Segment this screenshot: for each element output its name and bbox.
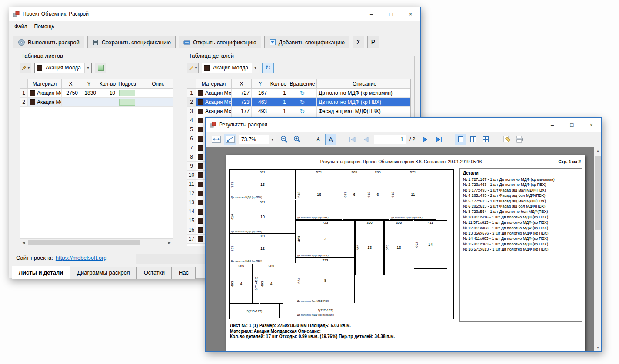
column-header[interactable]: Опис — [137, 79, 173, 88]
open-spec-button[interactable]: Открыть спецификацию — [179, 36, 261, 48]
measure-button[interactable] — [501, 134, 512, 145]
column-header[interactable]: X — [62, 79, 80, 88]
page-count-label: / 2 — [409, 136, 415, 142]
zoom-combo[interactable]: 73.7% ▾ — [239, 135, 276, 144]
prev-page-button[interactable] — [360, 134, 373, 145]
diagram-piece: 41160314 — [414, 220, 447, 269]
row-number: 2 — [20, 98, 28, 106]
diagram-piece: 81136315Дв полотно МДФ (кр ПВХ) — [230, 170, 296, 199]
save-spec-button[interactable]: Сохранить спецификацию — [87, 36, 176, 48]
detail-list-item: № 6 285x613 - 2 шт Фасад ящ бол МДФ(ПВХ) — [463, 204, 579, 209]
first-page-button[interactable] — [346, 134, 359, 145]
font-increase-button[interactable]: A — [325, 134, 336, 145]
run-cut-button[interactable]: Выполнить раскрой — [13, 36, 84, 48]
material-swatch — [198, 118, 203, 123]
column-header[interactable]: Кол-во — [269, 79, 288, 88]
fit-width-button[interactable] — [210, 134, 223, 145]
row-number: 8 — [187, 152, 196, 161]
report-header: Результаты раскроя. Проект Объемник верс… — [256, 159, 546, 164]
zoom-out-button[interactable] — [278, 134, 290, 145]
cell: 1 — [269, 89, 288, 97]
maximize-button[interactable]: □ — [562, 118, 582, 132]
site-link[interactable]: https://mebelsoft.org — [56, 255, 107, 261]
row-number: 16 — [187, 225, 196, 234]
column-header[interactable]: Кол-во — [98, 79, 117, 88]
menu-help[interactable]: Помощь — [31, 22, 58, 31]
vscrollbar-thumb[interactable] — [595, 156, 601, 230]
sheets-material-combo[interactable]: Акация Молда ▾ — [34, 63, 92, 73]
print-button[interactable] — [513, 134, 525, 145]
material-cell: Акация Мо — [28, 98, 62, 106]
scroll-right-arrow-icon[interactable]: ▶ — [166, 241, 173, 245]
sheet-row[interactable]: 1Акация Мо2750183010 — [20, 89, 173, 98]
font-decrease-button[interactable]: A — [313, 134, 324, 145]
tab-sheets-details[interactable]: Листы и детали — [12, 266, 70, 279]
hscrollbar-thumb[interactable] — [28, 240, 140, 245]
scroll-left-arrow-icon[interactable]: ◀ — [20, 241, 27, 245]
minimize-button[interactable]: – — [362, 7, 381, 21]
maximize-button[interactable]: □ — [381, 7, 401, 21]
sheets-edit-tool-button[interactable]: ▾ — [20, 63, 31, 73]
close-button[interactable]: × — [401, 7, 420, 21]
save-spec-label: Сохранить спецификацию — [102, 39, 171, 46]
column-header[interactable]: X — [232, 79, 252, 88]
sheet-color-button[interactable] — [95, 63, 106, 73]
diagram-piece: 2854934 — [230, 264, 253, 304]
next-page-button[interactable] — [419, 134, 431, 145]
tab-cut-diagrams[interactable]: Диаграммы раскроя — [70, 267, 136, 279]
four-page-view-button[interactable] — [480, 134, 491, 145]
piece-height-label: 613 — [296, 170, 301, 219]
details-edit-tool-button[interactable]: ▾ — [187, 63, 199, 73]
rotate-icon[interactable]: ↻ — [300, 108, 305, 114]
app-icon — [13, 11, 20, 17]
tab-leftovers[interactable]: Остатки — [137, 267, 172, 279]
sheets-hscrollbar[interactable]: ◀ ▶ — [20, 238, 173, 246]
add-spec-button[interactable]: Добавить спецификацию — [264, 36, 349, 48]
detail-row[interactable]: 3Акация Мс1774931↻Фасад ящ мал МДФ(ПВХ) — [187, 107, 410, 116]
minimize-button[interactable]: – — [542, 118, 562, 132]
detail-row[interactable]: 2Акация Мс7234631↻Дв полотно МДФ (кр ПВХ… — [187, 98, 410, 107]
close-button[interactable]: × — [582, 118, 601, 132]
fit-page-button[interactable] — [224, 134, 236, 145]
rotate-icon[interactable]: ↻ — [300, 99, 305, 105]
trim-indicator — [119, 99, 135, 106]
add-spec-label: Добавить спецификацию — [279, 39, 345, 46]
sheet-row[interactable]: 2Акация Мо — [20, 98, 173, 107]
tab-settings[interactable]: Нас — [172, 267, 196, 279]
trim-indicator — [119, 90, 135, 96]
run-cut-label: Выполнить раскрой — [28, 39, 80, 46]
piece-width-label: 571 — [296, 170, 342, 175]
menu-file[interactable]: Файл — [11, 22, 31, 31]
sum-button[interactable]: Σ — [353, 36, 364, 48]
next-page-icon — [420, 136, 429, 143]
column-header[interactable]: Вращение — [288, 79, 317, 88]
detail-row[interactable]: 1Акация Мс7271671↻Дв полотно МДФ (кр мел… — [187, 89, 410, 98]
rotate-icon[interactable]: ↻ — [300, 90, 305, 96]
piece-height-label: 493 — [260, 264, 264, 303]
scroll-down-arrow-icon[interactable]: ▼ — [594, 344, 602, 351]
piece-height-label: 676 — [356, 221, 360, 275]
column-header[interactable]: Подрез — [117, 79, 137, 88]
piece-width-label: 811 — [230, 170, 295, 175]
row-number: 10 — [187, 171, 196, 179]
last-page-button[interactable] — [432, 134, 445, 145]
zoom-in-icon — [293, 135, 301, 143]
piece-number: 15 — [260, 182, 265, 187]
column-header[interactable]: Y — [252, 79, 269, 88]
details-material-combo[interactable]: Акация Молда ▾ — [202, 63, 259, 73]
scroll-up-arrow-icon[interactable]: ▲ — [594, 147, 602, 155]
refresh-button[interactable]: ↻ — [262, 63, 274, 73]
single-page-view-button[interactable] — [455, 134, 466, 145]
p-button[interactable]: Р — [367, 36, 379, 48]
column-header[interactable]: Y — [80, 79, 98, 88]
two-page-view-button[interactable] — [467, 134, 479, 145]
column-header[interactable]: Материал — [196, 79, 232, 88]
column-header[interactable]: Материал — [28, 79, 62, 88]
results-vscrollbar[interactable]: ▲ ▼ — [594, 147, 601, 351]
material-swatch — [198, 227, 203, 233]
column-header[interactable]: Описание — [317, 79, 411, 88]
piece-number: 12 — [260, 246, 265, 251]
zoom-in-button[interactable] — [291, 134, 303, 145]
page-number-input[interactable]: 1 — [374, 135, 406, 144]
row-number: 7 — [187, 143, 196, 152]
